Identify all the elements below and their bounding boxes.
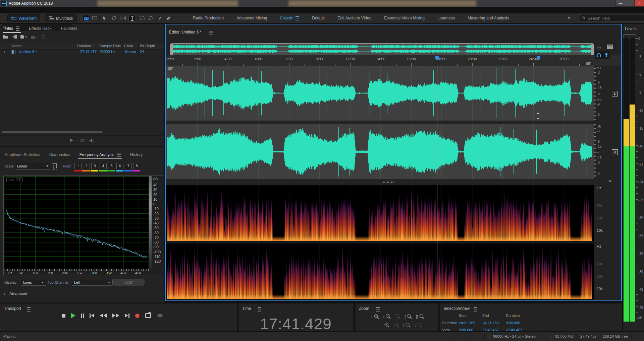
scan-button[interactable]: Scan <box>113 279 145 286</box>
zoom-to-selection-button[interactable]: {} <box>416 314 425 319</box>
overview-right-handle[interactable] <box>591 44 594 55</box>
collapse-arrow-icon[interactable] <box>608 181 612 182</box>
top-channel-select[interactable]: Left <box>72 279 113 286</box>
tab-amplitude-statistics[interactable]: Amplitude Statistics <box>0 152 45 157</box>
new-file-icon[interactable] <box>20 35 29 41</box>
preview-speaker-icon[interactable] <box>89 138 95 144</box>
lasso-tool-icon[interactable] <box>148 15 154 21</box>
workspace-advanced-mixing[interactable]: Advanced Mixing <box>230 16 273 20</box>
overview-navigator[interactable] <box>170 43 594 56</box>
editor-list-icon[interactable] <box>607 45 613 50</box>
timeline-ruler[interactable]: hms 2:004:006:008:0010:0012:0014:0016:00… <box>166 55 621 66</box>
tab-files[interactable]: Files <box>0 26 24 31</box>
stop-button[interactable] <box>62 313 65 318</box>
workspace-menu-icon[interactable] <box>296 16 299 20</box>
right-channel-badge[interactable]: R <box>612 149 618 155</box>
splitter-grip[interactable] <box>383 182 394 183</box>
workspace-essential-video-mixing[interactable]: Essential Video Mixing <box>378 16 431 20</box>
workspace-classic[interactable]: Classic <box>273 16 306 20</box>
hold-button-5[interactable]: 5 <box>108 163 115 169</box>
skip-selection-button[interactable] <box>157 313 163 318</box>
view-start[interactable]: 0:00.000 <box>459 328 473 332</box>
skip-forward-button[interactable] <box>125 313 129 318</box>
tab-diagnostics[interactable]: Diagnostics <box>45 152 75 157</box>
spectrogram-display[interactable] <box>166 185 594 299</box>
zoom-out-time-button[interactable] <box>393 322 399 328</box>
playhead-line-spectrogram[interactable] <box>437 185 437 299</box>
zoom-navigate-icon[interactable] <box>596 45 603 52</box>
close-button[interactable]: ✕ <box>634 0 644 7</box>
display-select[interactable]: Lines <box>21 279 46 286</box>
zoom-panel-menu-icon[interactable] <box>376 307 380 312</box>
workspace-loudness[interactable]: Loudness <box>431 16 461 20</box>
pause-button[interactable] <box>81 313 84 318</box>
save-file-icon[interactable] <box>31 35 40 41</box>
cti-dashed-line[interactable] <box>539 60 539 299</box>
hold-button-2[interactable]: 2 <box>83 163 90 169</box>
editor-panel-menu-icon[interactable] <box>209 31 213 35</box>
column-header-bitdepth[interactable]: Bit Depth <box>140 44 155 48</box>
zoom-out-full-button[interactable] <box>395 314 401 319</box>
show-spectrum-icon[interactable] <box>91 15 98 21</box>
playhead-line-waveform[interactable] <box>437 66 437 179</box>
frequency-graph[interactable]: Live CTI dB403020100-10-20-30-40-50-60-7… <box>3 176 164 275</box>
selection-end[interactable]: 24:21.269 <box>482 321 499 325</box>
hold-button-1[interactable]: 1 <box>74 163 82 169</box>
trash-icon[interactable] <box>42 35 48 41</box>
minimize-button[interactable]: — <box>615 0 626 7</box>
monitor-input-icon[interactable] <box>595 51 602 59</box>
preview-play-icon[interactable] <box>70 138 73 142</box>
zoom-out-amplitude-button[interactable]: ↕ <box>383 314 391 319</box>
import-file-icon[interactable] <box>11 35 18 41</box>
workspace-radio-production[interactable]: Radio Production <box>186 16 230 20</box>
zoom-in-amplitude-button[interactable]: ↕ <box>371 314 379 319</box>
maximize-button[interactable]: □ <box>625 0 635 7</box>
files-horizontal-scrollbar[interactable] <box>2 131 103 133</box>
files-panel-menu-icon[interactable] <box>16 26 19 31</box>
tab-frequency-analysis[interactable]: Frequency Analysis <box>75 152 125 157</box>
loop-playback-button[interactable] <box>145 313 151 318</box>
play-button[interactable] <box>71 313 75 318</box>
marquee-tool-icon[interactable] <box>139 15 146 21</box>
slip-tool-icon[interactable] <box>111 15 117 21</box>
tab-effects-rack[interactable]: Effects Rack <box>24 26 56 31</box>
open-file-icon[interactable] <box>3 35 9 41</box>
waveform-display[interactable] <box>166 66 594 179</box>
column-header-chan[interactable]: Chan... <box>124 44 136 48</box>
file-expander[interactable]: › <box>4 50 5 54</box>
zoom-in-at-out-point-button[interactable]: } <box>403 322 411 328</box>
hold-button-6[interactable]: 6 <box>116 163 123 169</box>
column-header-samplerate[interactable]: Sample Rate <box>100 44 121 48</box>
zoom-in-at-in-point-button[interactable]: { <box>405 314 412 319</box>
hold-button-4[interactable]: 4 <box>100 163 107 169</box>
column-header-name[interactable]: Name <box>12 44 21 48</box>
level-meter-left[interactable] <box>624 38 629 322</box>
tab-history[interactable]: History <box>125 152 147 157</box>
spot-healing-tool-icon[interactable] <box>165 15 172 21</box>
preview-loop-icon[interactable] <box>80 138 85 144</box>
scale-select[interactable]: Linear <box>15 163 51 169</box>
zoom-in-time-button[interactable]: ↔ <box>380 322 390 328</box>
show-waveform-icon[interactable] <box>83 15 90 22</box>
move-tool-icon[interactable] <box>101 15 108 21</box>
time-panel-menu-icon[interactable] <box>258 307 261 312</box>
column-header-duration[interactable]: Duration ↑ <box>77 44 94 48</box>
file-row[interactable]: ›Untitled 6 *27:49.45796000 HzStereo24 <box>0 49 164 55</box>
waveform-view-button[interactable]: Waveform <box>7 14 40 22</box>
workspace-edit-audio-to-video[interactable]: Edit Audio to Video <box>331 16 378 20</box>
analysis-panel-menu-icon[interactable] <box>117 153 121 157</box>
left-channel-badge[interactable]: L <box>612 91 618 96</box>
fast-forward-button[interactable] <box>112 313 119 318</box>
selection-start[interactable]: 24:21.269 <box>459 321 475 325</box>
time-display[interactable]: 17:41.429 <box>239 315 353 333</box>
hold-button-3[interactable]: 3 <box>91 163 98 169</box>
tab-favorites[interactable]: Favorites <box>56 26 82 31</box>
search-help-box[interactable]: Search Help <box>579 15 644 22</box>
hold-button-7[interactable]: 7 <box>125 163 132 169</box>
view-duration[interactable]: 27:49.457 <box>506 328 522 332</box>
record-button[interactable] <box>135 313 140 318</box>
workspace-default[interactable]: Default <box>306 16 331 20</box>
ibeam-tool-icon[interactable] <box>128 15 136 22</box>
selection-duration[interactable]: 0:00.000 <box>506 321 520 325</box>
view-end[interactable]: 27:49.457 <box>482 328 499 332</box>
